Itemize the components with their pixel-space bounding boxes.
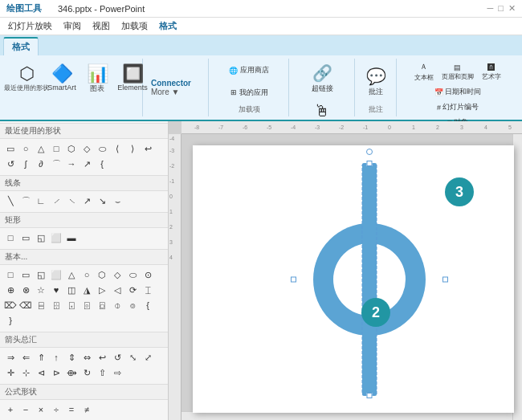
btn-slide-number[interactable]: # 幻灯片编号 — [431, 100, 484, 114]
btn-app-store[interactable]: 🌐 应用商店 — [226, 63, 272, 77]
shape-item[interactable]: ↩ — [95, 350, 109, 365]
shape-item[interactable]: ⟩ — [125, 141, 140, 156]
shape-item[interactable]: ⇨ — [110, 365, 124, 380]
menu-addins[interactable]: 加载项 — [116, 18, 153, 34]
canvas-area[interactable]: -8 -7 -6 -5 -4 -3 -2 -1 0 1 2 3 4 5 6 -4… — [169, 121, 522, 420]
shape-item[interactable]: ∟ — [34, 194, 48, 208]
btn-chart[interactable]: 📊 图表 — [80, 62, 114, 97]
shape-item[interactable]: ⌸ — [34, 298, 48, 312]
shape-item[interactable]: ○ — [80, 267, 94, 282]
shape-item[interactable]: { — [141, 298, 155, 312]
shape-item[interactable]: × — [34, 402, 48, 417]
shape-item[interactable]: ↑ — [49, 350, 63, 365]
shape-item[interactable]: ⌒ — [49, 157, 63, 171]
shape-item[interactable]: ⇕ — [64, 350, 79, 365]
shape-item[interactable]: ⌶ — [141, 283, 155, 297]
shape-item[interactable]: } — [3, 313, 18, 328]
menu-view[interactable]: 视图 — [88, 18, 115, 34]
shape-item[interactable]: ⌽ — [110, 298, 124, 312]
shape-item[interactable]: □ — [3, 267, 18, 282]
shape-item[interactable]: ◮ — [80, 283, 94, 297]
shape-item[interactable]: ◇ — [110, 267, 124, 282]
ribbon-group-connector[interactable]: Connector More ▼ — [145, 59, 209, 116]
shape-item[interactable]: ♥ — [49, 283, 63, 297]
shape-container[interactable] — [293, 163, 446, 396]
shape-item[interactable]: ◁ — [110, 283, 124, 297]
shape-item[interactable]: ⬡ — [95, 267, 109, 282]
shape-item[interactable]: → — [64, 157, 79, 171]
shape-item[interactable]: △ — [34, 141, 48, 156]
tab-format[interactable]: 格式 — [3, 37, 39, 55]
shape-item[interactable]: ⬡ — [64, 141, 79, 156]
shape-item[interactable]: ▭ — [18, 267, 33, 282]
btn-hyperlink[interactable]: 🔗 超链接 — [305, 60, 339, 97]
shape-item[interactable]: ⌣ — [110, 194, 124, 208]
shape-item[interactable]: ⟍ — [64, 194, 79, 208]
btn-my-apps[interactable]: ⊞ 我的应用 — [227, 86, 271, 100]
shape-item[interactable]: ⌺ — [64, 298, 79, 312]
shape-item[interactable]: □ — [49, 141, 63, 156]
shape-item[interactable]: ⌫ — [18, 298, 33, 312]
shape-item[interactable]: ⊕ — [3, 283, 18, 297]
shape-item[interactable]: ⬭ — [95, 141, 109, 156]
shape-item[interactable]: ⌼ — [95, 298, 109, 312]
shape-item[interactable]: = — [64, 402, 79, 417]
menu-review[interactable]: 审阅 — [59, 18, 86, 34]
shape-item[interactable]: ⇧ — [95, 365, 109, 380]
connector-more[interactable]: More ▼ — [151, 88, 179, 96]
btn-wordart[interactable]: 🅰 艺术字 — [479, 62, 504, 83]
btn-comment[interactable]: 💬 批注 — [359, 63, 393, 100]
shape-item[interactable]: ↩ — [141, 141, 155, 156]
shape-item[interactable]: ⇑ — [34, 350, 48, 365]
btn-header-footer[interactable]: ▤ 页眉和页脚 — [438, 62, 477, 83]
shape-item[interactable]: ☆ — [34, 283, 48, 297]
shape-item[interactable]: ▭ — [18, 230, 33, 245]
btn-shape[interactable]: ⬡ 最近使用的形状 — [10, 62, 43, 96]
shape-item[interactable]: ∫ — [18, 157, 33, 171]
shape-item[interactable]: ⌾ — [125, 298, 140, 312]
shape-item[interactable]: ↘ — [95, 194, 109, 208]
shape-item[interactable]: { — [95, 157, 109, 171]
shape-item[interactable]: ⌻ — [80, 298, 94, 312]
shape-item[interactable]: ⟨ — [110, 141, 124, 156]
shape-item[interactable]: ⊲ — [34, 365, 48, 380]
shape-item[interactable]: ○ — [18, 141, 33, 156]
shape-item[interactable]: ⬜ — [49, 230, 63, 245]
shape-item[interactable]: ⌦ — [3, 298, 18, 312]
handle-left[interactable] — [291, 276, 296, 282]
shape-item[interactable]: ↻ — [80, 365, 94, 380]
shape-item[interactable]: ⟴ — [64, 365, 79, 380]
shape-item[interactable]: □ — [3, 230, 18, 245]
shape-item[interactable]: ▷ — [95, 283, 109, 297]
handle-bottom[interactable] — [367, 393, 373, 398]
shape-item[interactable]: ÷ — [49, 402, 63, 417]
rotate-handle[interactable] — [366, 149, 373, 155]
shape-item[interactable]: + — [3, 402, 18, 417]
shape-item[interactable]: ⟳ — [125, 283, 140, 297]
shape-item[interactable]: ≠ — [80, 402, 94, 417]
shape-item[interactable]: ⇒ — [3, 350, 18, 365]
shape-item[interactable]: ↺ — [3, 157, 18, 171]
shape-item[interactable]: ⟋ — [49, 194, 63, 208]
shape-item[interactable]: ⤢ — [141, 350, 155, 365]
shape-item[interactable]: ⤡ — [125, 350, 140, 365]
shape-item[interactable]: ∂ — [34, 157, 48, 171]
shape-item[interactable]: ⊙ — [141, 267, 155, 282]
shape-item[interactable]: ⬜ — [49, 267, 63, 282]
btn-textbox[interactable]: Ａ 文本框 — [411, 60, 437, 84]
shape-item[interactable]: ↺ — [110, 350, 124, 365]
shape-item[interactable]: ⌹ — [49, 298, 63, 312]
shape-item[interactable]: ◫ — [64, 283, 79, 297]
shape-item[interactable]: ↗ — [80, 157, 94, 171]
menu-format[interactable]: 格式 — [154, 18, 181, 34]
shape-item[interactable]: ✛ — [3, 365, 18, 380]
shape-item[interactable]: △ — [64, 267, 79, 282]
shape-item[interactable]: ╲ — [3, 194, 18, 208]
shapes-panel[interactable]: 最近使用的形状 ▭ ○ △ □ ⬡ ◇ ⬭ ⟨ ⟩ ↩ ↺ ∫ ∂ ⌒ → ↗ … — [0, 121, 169, 420]
shape-item[interactable]: ⊳ — [49, 365, 63, 380]
window-controls[interactable]: ─ □ ✕ — [487, 3, 516, 14]
shape-item[interactable]: ◇ — [80, 141, 94, 156]
shape-item[interactable]: ⊗ — [18, 283, 33, 297]
shape-item[interactable]: ⌒ — [18, 194, 33, 208]
handle-right[interactable] — [442, 276, 448, 282]
